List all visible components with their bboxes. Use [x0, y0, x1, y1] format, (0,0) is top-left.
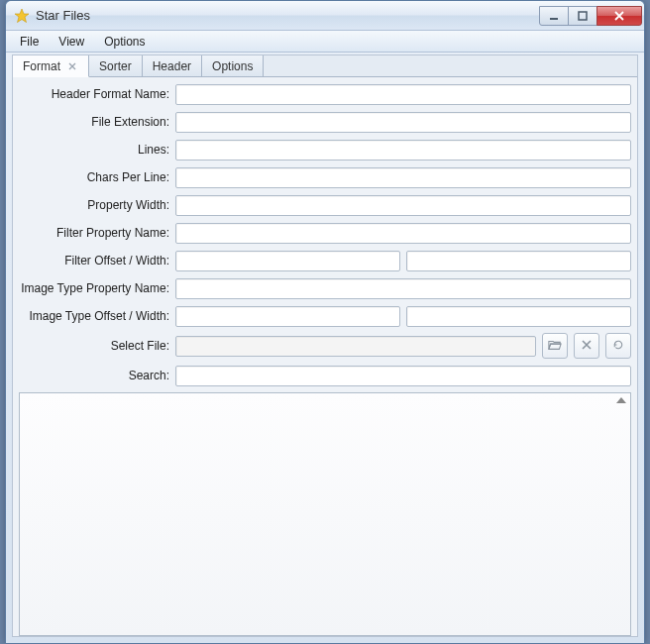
- row-search: Search:: [19, 365, 631, 386]
- search-input[interactable]: [175, 366, 631, 386]
- label-select-file: Select File:: [19, 339, 175, 353]
- close-button[interactable]: [596, 6, 642, 26]
- menu-file[interactable]: File: [10, 33, 49, 51]
- filter-offset-input[interactable]: [175, 251, 400, 271]
- client-area: Format Sorter Header Options Header Form…: [12, 54, 638, 637]
- row-lines: Lines:: [19, 139, 631, 161]
- select-file-input[interactable]: [175, 336, 536, 357]
- titlebar[interactable]: Star Files: [6, 1, 644, 31]
- menubar: File View Options: [6, 31, 644, 53]
- tab-label: Format: [23, 59, 60, 73]
- row-chars-per-line: Chars Per Line:: [19, 166, 631, 188]
- image-type-property-name-input[interactable]: [175, 278, 631, 299]
- refresh-file-button[interactable]: [605, 333, 631, 359]
- row-filter-property-name: Filter Property Name:: [19, 222, 631, 244]
- svg-marker-0: [15, 9, 29, 23]
- row-filter-offset-width: Filter Offset / Width:: [19, 250, 631, 271]
- close-tab-icon[interactable]: [66, 60, 78, 72]
- tab-label: Sorter: [99, 59, 132, 73]
- label-header-format-name: Header Format Name:: [19, 87, 175, 101]
- menu-view[interactable]: View: [49, 33, 94, 51]
- tabstrip-spacer: [264, 55, 637, 76]
- label-file-extension: File Extension:: [19, 115, 175, 129]
- image-type-offset-input[interactable]: [175, 306, 400, 327]
- filter-width-input[interactable]: [406, 251, 631, 271]
- close-icon: [582, 339, 592, 353]
- row-property-width: Property Width:: [19, 194, 631, 216]
- label-filter-offset-width: Filter Offset / Width:: [19, 254, 175, 268]
- window-title: Star Files: [36, 8, 540, 23]
- minimize-button[interactable]: [539, 6, 569, 26]
- menu-options[interactable]: Options: [94, 33, 155, 51]
- label-image-type-offset-width: Image Type Offset / Width:: [19, 309, 175, 323]
- label-filter-property-name: Filter Property Name:: [19, 226, 175, 240]
- filter-property-name-input[interactable]: [175, 223, 631, 244]
- property-width-input[interactable]: [175, 195, 631, 216]
- scroll-up-icon[interactable]: [616, 397, 626, 403]
- tab-format[interactable]: Format: [13, 55, 89, 77]
- folder-open-icon: [548, 338, 562, 355]
- row-header-format-name: Header Format Name:: [19, 83, 631, 105]
- row-select-file: Select File:: [19, 333, 631, 359]
- label-search: Search:: [19, 369, 175, 382]
- lines-input[interactable]: [175, 140, 631, 161]
- clear-file-button[interactable]: [574, 333, 599, 359]
- tab-options[interactable]: Options: [202, 55, 264, 76]
- label-image-type-property-name: Image Type Property Name:: [19, 281, 175, 295]
- row-image-type-offset-width: Image Type Offset / Width:: [19, 305, 631, 327]
- app-window: Star Files File View Options Format: [5, 0, 645, 644]
- svg-rect-1: [550, 18, 558, 20]
- svg-rect-2: [579, 12, 587, 20]
- results-panel[interactable]: [19, 392, 631, 636]
- file-extension-input[interactable]: [175, 112, 631, 133]
- open-file-button[interactable]: [542, 333, 568, 359]
- chars-per-line-input[interactable]: [175, 167, 631, 188]
- tab-label: Header: [153, 59, 191, 73]
- form: Header Format Name: File Extension: Line…: [13, 77, 637, 386]
- window-controls: [540, 6, 642, 26]
- tab-label: Options: [212, 59, 253, 73]
- maximize-button[interactable]: [568, 6, 597, 26]
- refresh-icon: [612, 339, 624, 354]
- row-file-extension: File Extension:: [19, 111, 631, 133]
- app-icon: [14, 8, 30, 24]
- image-type-width-input[interactable]: [406, 306, 631, 327]
- tab-header[interactable]: Header: [143, 55, 202, 76]
- label-property-width: Property Width:: [19, 198, 175, 212]
- tabstrip: Format Sorter Header Options: [13, 55, 637, 77]
- tab-sorter[interactable]: Sorter: [89, 55, 143, 76]
- label-lines: Lines:: [19, 143, 175, 157]
- row-image-type-property-name: Image Type Property Name:: [19, 277, 631, 299]
- label-chars-per-line: Chars Per Line:: [19, 170, 175, 184]
- header-format-name-input[interactable]: [175, 84, 631, 105]
